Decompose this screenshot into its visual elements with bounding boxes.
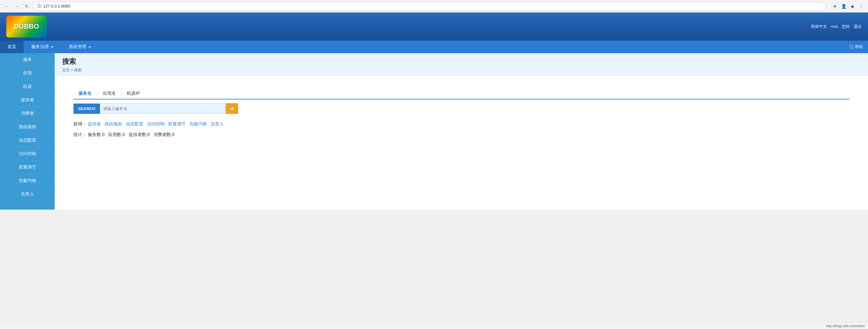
system-mgmt-arrow: ▼ xyxy=(88,46,91,49)
help-icon: ⓘ xyxy=(849,44,854,50)
nav-bar: 首页 服务治理 ▼ 系统管理 ▼ ⓘ 帮助 xyxy=(0,41,868,53)
browser-actions: ★ 👤 ◆ ⋮ xyxy=(831,2,865,10)
sidebar-item-access-control[interactable]: 访问控制 xyxy=(0,147,55,161)
stats-services: 服务数:0 xyxy=(88,132,105,137)
stats-label: 统计： xyxy=(73,132,87,137)
sidebar-item-owner[interactable]: 负责人 xyxy=(0,188,55,201)
page-title: 搜索 xyxy=(62,57,861,66)
search-tabs: 服务名 | 应用名 | 机器IP xyxy=(73,88,849,99)
sidebar-item-machine[interactable]: 机器 xyxy=(0,80,55,93)
sidebar-item-load-balance[interactable]: 负载均衡 xyxy=(0,174,55,188)
breadcrumb-separator: > xyxy=(71,68,74,72)
stats: 统计： 服务数:0 应用数:0 提供者数:0 消费者数:0 xyxy=(73,132,849,138)
browser-bar: ← → ↻ ⓘ 127.0.0.1:8080 ★ 👤 ◆ ⋮ xyxy=(0,0,868,12)
nav-system-mgmt[interactable]: 系统管理 ▼ xyxy=(61,41,99,53)
stats-apps: 应用数:0 xyxy=(108,132,125,137)
sidebar: 服务 应用 机器 提供者 消费者 路由规则 动态配置 访问控制 权重调节 负载均… xyxy=(0,53,55,210)
profile-button[interactable]: 👤 xyxy=(840,2,847,10)
search-label-text: SEARCH xyxy=(73,103,100,114)
sidebar-item-weight[interactable]: 权重调节 xyxy=(0,161,55,174)
forward-button[interactable]: → xyxy=(13,2,21,10)
logout-button[interactable]: 退出 xyxy=(854,24,862,29)
add-owner-link[interactable]: 负责人 xyxy=(211,121,224,126)
back-button[interactable]: ← xyxy=(3,2,11,10)
add-load-balance-link[interactable]: 负载均衡 xyxy=(189,121,207,126)
sidebar-item-dynamic-config[interactable]: 动态配置 xyxy=(0,134,55,147)
add-label: 新增： xyxy=(73,121,87,126)
address-text: 127.0.0.1:8080 xyxy=(43,4,70,8)
service-mgmt-arrow: ▼ xyxy=(51,46,54,49)
logo: DUBBO xyxy=(6,16,47,37)
header-right: 简体中文 root，您好 退出 xyxy=(811,24,862,29)
logo-text: DUBBO xyxy=(14,23,39,31)
menu-button[interactable]: ⋮ xyxy=(857,2,865,10)
stats-providers: 提供者数:0 xyxy=(129,132,150,137)
nav-service-mgmt[interactable]: 服务治理 ▼ xyxy=(24,41,61,53)
search-input[interactable] xyxy=(100,103,225,114)
breadcrumb: 首页 > 搜索 xyxy=(62,67,861,73)
add-access-control-link[interactable]: 访问控制 xyxy=(147,121,165,126)
main-layout: 服务 应用 机器 提供者 消费者 路由规则 动态配置 访问控制 权重调节 负载均… xyxy=(0,53,868,210)
reload-button[interactable]: ↻ xyxy=(23,2,31,10)
extensions-button[interactable]: ◆ xyxy=(849,2,856,10)
tab-machine-ip[interactable]: 机器IP xyxy=(122,88,145,99)
nav-home[interactable]: 首页 xyxy=(0,41,24,53)
add-provider-link[interactable]: 提供者 xyxy=(88,121,101,126)
app-header: DUBBO 简体中文 root，您好 退出 xyxy=(0,12,868,41)
breadcrumb-current: 搜索 xyxy=(74,68,82,72)
sidebar-item-consumer[interactable]: 消费者 xyxy=(0,107,55,120)
breadcrumb-home[interactable]: 首页 xyxy=(62,68,70,72)
sidebar-item-route-rule[interactable]: 路由规则 xyxy=(0,120,55,134)
sidebar-item-app[interactable]: 应用 xyxy=(0,67,55,80)
search-area: 服务名 | 应用名 | 机器IP SEARCH ➜ xyxy=(55,76,868,147)
security-icon: ⓘ xyxy=(37,3,41,9)
tab-app-name[interactable]: 应用名 xyxy=(98,88,121,99)
lang-switch[interactable]: 简体中文 xyxy=(811,24,827,29)
tab-service-name[interactable]: 服务名 xyxy=(73,88,97,99)
add-route-rule-link[interactable]: 路由规则 xyxy=(105,121,122,126)
content-area: 搜索 首页 > 搜索 服务名 | 应用名 | 机器IP xyxy=(55,53,868,210)
search-box: SEARCH ➜ xyxy=(73,103,849,114)
page-header: 搜索 首页 > 搜索 xyxy=(55,53,868,76)
add-dynamic-config-link[interactable]: 动态配置 xyxy=(126,121,144,126)
sidebar-item-provider[interactable]: 提供者 xyxy=(0,93,55,107)
search-submit-button[interactable]: ➜ xyxy=(226,103,238,114)
nav-help[interactable]: ⓘ 帮助 xyxy=(844,41,868,53)
search-arrow-icon: ➜ xyxy=(229,105,234,112)
address-bar[interactable]: ⓘ 127.0.0.1:8080 xyxy=(33,2,826,11)
quick-add: 新增： 提供者 路由规则 动态配置 访问控制 权重调节 负载均衡 负责人 xyxy=(73,121,849,127)
sidebar-item-service[interactable]: 服务 xyxy=(0,53,55,67)
stats-consumers: 消费者数:0 xyxy=(153,132,175,137)
add-weight-link[interactable]: 权重调节 xyxy=(168,121,186,126)
user-greeting: root，您好 xyxy=(831,24,850,29)
bookmark-button[interactable]: ★ xyxy=(831,2,839,10)
